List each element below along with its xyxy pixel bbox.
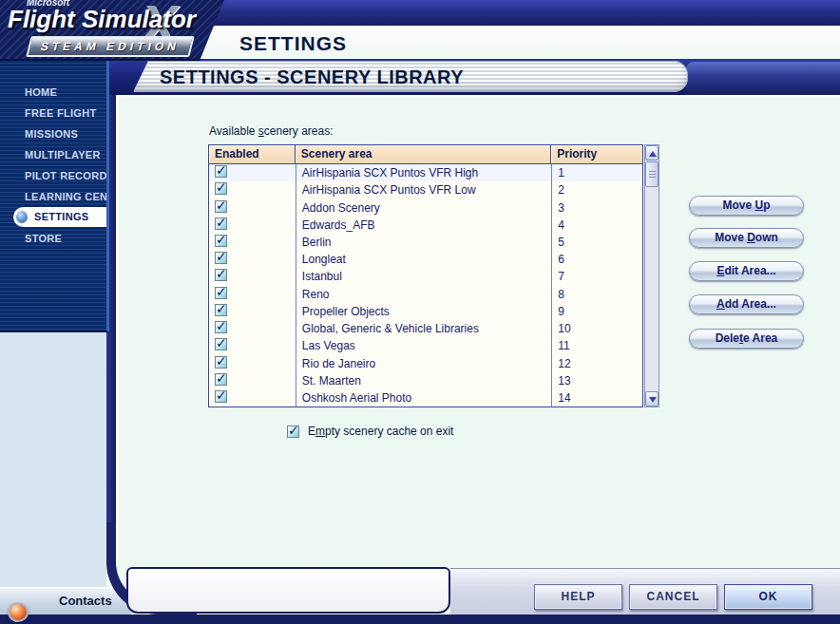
empty-cache-checkbox[interactable] — [287, 425, 299, 438]
priority-value: 8 — [558, 288, 564, 301]
column-header-scenery-area[interactable]: Scenery area — [296, 145, 551, 163]
table-row[interactable]: Propeller Objects 9 — [209, 303, 642, 320]
scenery-area-name: Longleat — [302, 253, 346, 266]
selected-item-arrow-icon — [16, 211, 28, 223]
enabled-checkbox[interactable] — [215, 373, 227, 386]
scrollbar-thumb[interactable] — [645, 161, 659, 187]
chevron-down-icon — [649, 397, 657, 403]
priority-value: 11 — [558, 339, 569, 352]
priority-value: 4 — [558, 218, 564, 232]
enabled-checkbox[interactable] — [215, 356, 227, 369]
priority-value: 13 — [558, 374, 570, 388]
priority-value: 9 — [558, 305, 564, 318]
contacts-label: Contacts — [59, 594, 112, 608]
enabled-checkbox[interactable] — [215, 182, 227, 195]
table-row[interactable]: St. Maarten 13 — [209, 372, 642, 389]
sidebar-item-label: SETTINGS — [34, 211, 88, 222]
delete-area-button[interactable]: Delete Area — [689, 329, 804, 349]
scenery-area-name: Global, Generic & Vehicle Libraries — [302, 322, 479, 335]
scenery-table-body: AirHispania SCX Puntos VFR High 1 AirHis… — [209, 164, 642, 407]
enabled-checkbox[interactable] — [215, 165, 227, 178]
scenery-area-name: Las Vegas — [302, 339, 355, 352]
priority-value: 5 — [558, 236, 564, 249]
empty-cache-label[interactable]: Empty scenery cache on exit — [308, 425, 453, 438]
scenery-area-name: AirHispania SCX Puntos VFR High — [302, 166, 478, 180]
fsx-settings-scenery-library-screen: SETTINGS SETTINGS - SCENERY LIBRARY Micr… — [0, 0, 840, 624]
table-row[interactable]: Edwards_AFB 4 — [209, 217, 642, 234]
priority-value: 3 — [558, 201, 564, 215]
table-row[interactable]: Oshkosh Aerial Photo 14 — [209, 389, 642, 407]
enabled-checkbox[interactable] — [215, 200, 227, 213]
scroll-down-button[interactable] — [645, 391, 659, 407]
sidebar-item-pilot-records[interactable]: PILOT RECORDS — [0, 165, 106, 186]
priority-value: 2 — [558, 183, 564, 197]
sidebar-item-learning-center[interactable]: LEARNING CENTER — [0, 186, 106, 207]
table-row[interactable]: Global, Generic & Vehicle Libraries 10 — [209, 320, 642, 337]
scenery-area-name: Reno — [302, 288, 330, 301]
priority-value: 12 — [558, 357, 570, 370]
priority-value: 14 — [558, 391, 570, 405]
enabled-checkbox[interactable] — [215, 321, 227, 333]
section-title: SETTINGS - SCENERY LIBRARY — [160, 61, 464, 92]
sidebar-item-settings[interactable]: SETTINGS — [13, 207, 106, 227]
sidebar-item-home[interactable]: HOME — [0, 82, 106, 103]
column-header-enabled[interactable]: Enabled — [209, 145, 296, 163]
add-area-button[interactable]: Add Area... — [689, 294, 804, 314]
scenery-table: Enabled Scenery area Priority AirHispani… — [208, 144, 643, 407]
table-row[interactable]: Rio de Janeiro 12 — [209, 354, 642, 371]
move-up-button[interactable]: Move Up — [689, 196, 804, 216]
enabled-checkbox[interactable] — [215, 304, 227, 316]
scenery-area-name: Rio de Janeiro — [302, 357, 375, 370]
enabled-checkbox[interactable] — [215, 269, 227, 281]
enabled-checkbox[interactable] — [215, 217, 227, 230]
scenery-area-name: Addon Scenery — [302, 201, 380, 215]
left-lower-panel — [0, 331, 106, 587]
scenery-area-name: AirHispania SCX Puntos VFR Low — [302, 183, 476, 197]
sidebar-nav: HOME FREE FLIGHT MISSIONS MULTIPLAYER PI… — [0, 59, 109, 332]
priority-value: 7 — [558, 270, 564, 283]
enabled-checkbox[interactable] — [215, 252, 227, 264]
table-row[interactable]: Las Vegas 11 — [209, 337, 642, 354]
scenery-area-name: Istanbul — [302, 270, 342, 283]
sidebar-item-multiplayer[interactable]: MULTIPLAYER — [0, 144, 106, 165]
footer-left-tab — [126, 567, 450, 614]
section-header-right-cap — [686, 62, 840, 95]
available-scenery-label: Available scenery areas: — [209, 124, 334, 138]
cancel-button[interactable]: CANCEL — [629, 584, 717, 610]
scenery-area-name: Propeller Objects — [302, 305, 390, 318]
ok-button[interactable]: OK — [724, 584, 812, 610]
scenery-area-name: Oshkosh Aerial Photo — [302, 391, 411, 405]
edit-area-button[interactable]: Edit Area... — [689, 261, 804, 281]
scenery-table-header: Enabled Scenery area Priority — [209, 145, 642, 164]
scenery-area-name: St. Maarten — [302, 374, 361, 388]
status-orb-icon[interactable] — [8, 602, 29, 622]
steam-edition-badge: STEAM EDITION — [26, 36, 194, 57]
enabled-checkbox[interactable] — [215, 287, 227, 299]
help-button[interactable]: HELP — [534, 584, 622, 610]
column-header-priority[interactable]: Priority — [551, 145, 642, 163]
enabled-checkbox[interactable] — [215, 338, 227, 350]
move-down-button[interactable]: Move Down — [689, 228, 804, 248]
priority-value: 6 — [558, 253, 564, 266]
sidebar-item-store[interactable]: STORE — [0, 228, 106, 249]
table-scrollbar[interactable] — [644, 144, 659, 407]
table-row[interactable]: Istanbul 7 — [209, 268, 642, 285]
priority-value: 10 — [558, 322, 570, 335]
table-row[interactable]: Longleat 6 — [209, 251, 642, 268]
page-title: SETTINGS — [239, 26, 347, 59]
chevron-up-icon — [649, 151, 657, 157]
table-row[interactable]: Berlin 5 — [209, 234, 642, 251]
fsx-logo: Microsoft X Flight Simulator STEAM EDITI… — [0, 0, 224, 61]
bottom-navy-strip — [0, 615, 840, 624]
logo-title: Flight Simulator — [8, 5, 196, 34]
sidebar-item-free-flight[interactable]: FREE FLIGHT — [0, 103, 106, 123]
enabled-checkbox[interactable] — [215, 235, 227, 247]
table-row[interactable]: AirHispania SCX Puntos VFR Low 2 — [209, 181, 642, 199]
scenery-area-name: Edwards_AFB — [302, 218, 375, 232]
scroll-up-button[interactable] — [645, 145, 659, 161]
table-row[interactable]: Addon Scenery 3 — [209, 199, 642, 216]
sidebar-item-missions[interactable]: MISSIONS — [0, 123, 106, 144]
table-row[interactable]: Reno 8 — [209, 286, 642, 303]
table-row[interactable]: AirHispania SCX Puntos VFR High 1 — [209, 164, 642, 181]
enabled-checkbox[interactable] — [215, 390, 227, 403]
